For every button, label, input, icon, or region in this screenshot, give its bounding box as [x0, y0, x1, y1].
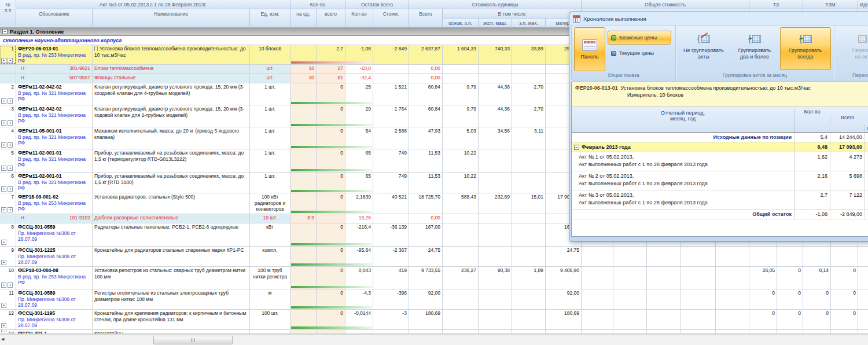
name-cell: Кронштейны для радиаторов стальных спаре…: [93, 247, 250, 266]
rest-sum-cell: [373, 65, 409, 74]
group-caption-goto: Переход: [834, 72, 868, 80]
zpm-cell: 2,70: [512, 83, 546, 105]
qty-total-cell: [317, 214, 345, 223]
period-cell: Акт № 1 от 05.02.2013,Акт выполненных ра…: [572, 152, 794, 171]
expand-row-icon[interactable]: +: [1, 260, 6, 265]
expand-row-icon[interactable]: +: [8, 207, 13, 212]
ide-header: Идентификатор: [858, 0, 868, 9]
progress-bar-red: [291, 61, 372, 64]
cell: [647, 310, 681, 329]
osn-col-header: основ.: [865, 125, 868, 132]
unit-header: Ед. изм.: [250, 9, 290, 28]
expand-row-icon[interactable]: +: [8, 282, 13, 288]
col-num-header: № п.п: [0, 0, 16, 28]
name-cell: Радиаторы стальные панельные: РСВ2-1, РС…: [93, 223, 250, 246]
unit-cost-cell: 47,93: [409, 127, 443, 149]
row-num-cell: [0, 74, 16, 83]
exp-cell: [479, 214, 512, 223]
current-prices-toggle[interactable]: Текущие цены: [608, 46, 671, 60]
expand-row-icon[interactable]: +: [1, 98, 6, 104]
qty-per-unit-cell: 30: [290, 74, 317, 83]
chronology-table-body: Исходные данные по позиции5,414 244,00−Ф…: [572, 133, 868, 219]
group-caption-grouping: Группировка актов за месяц: [676, 72, 834, 80]
extra-cell: [865, 152, 868, 171]
obosn-cell: ФЕРм11-02-042-02В ред. пр. № 321 Минреги…: [16, 83, 93, 105]
position-row[interactable]: 12ФССЦ-301-1195Пр. Минрегиона №308 от 28…: [0, 310, 868, 330]
chronology-row[interactable]: Исходные данные по позиции5,414 244,00: [572, 133, 868, 142]
chronology-row[interactable]: Акт № 3 от 05.02.2013,Акт выполненных ра…: [572, 190, 868, 210]
panel-button[interactable]: Панель: [574, 27, 605, 71]
expand-row-icon[interactable]: +: [8, 58, 13, 63]
scrollbar-thumb[interactable]: [153, 336, 233, 344]
qty-per-unit-cell: 8,9: [290, 214, 317, 223]
expand-row-icon[interactable]: +: [8, 166, 13, 171]
qty-total-cell: [317, 330, 345, 333]
collapse-month-icon[interactable]: −: [574, 145, 579, 150]
group-always-button[interactable]: { Группировать всегда: [780, 27, 831, 70]
row-num-cell: [0, 214, 16, 223]
expand-row-icon[interactable]: +: [1, 120, 6, 126]
popup-title-bar[interactable]: Хронология выполнения: [569, 12, 868, 25]
rest-sum-cell: -36 139: [373, 223, 409, 246]
unit-cost-cell: 11,53: [409, 149, 443, 172]
expand-row-icon[interactable]: +: [1, 58, 6, 63]
extra-cell: [865, 133, 868, 142]
rest-sum-cell: [373, 74, 409, 83]
cell: [582, 267, 613, 289]
resource-mark: Н: [21, 215, 24, 222]
rest-qty-header: Кол-во: [345, 9, 373, 28]
unit-cell: 1 шт.: [250, 105, 290, 127]
scroll-left-arrow-icon[interactable]: ◀: [1, 337, 4, 342]
exp-cell: 90,38: [479, 267, 512, 289]
progress-bar-green: [291, 286, 372, 288]
cell: [647, 289, 681, 309]
period-cell: Акт № 3 от 05.02.2013,Акт выполненных ра…: [572, 190, 794, 209]
no-group-acts-button[interactable]: { Не группировать акты: [678, 27, 729, 70]
expand-row-icon[interactable]: +: [1, 303, 6, 308]
chronology-row[interactable]: Общий остаток-1,08-2 849,00: [572, 210, 868, 219]
expand-row-icon[interactable]: +: [1, 207, 6, 212]
base-prices-toggle[interactable]: Базисные цены: [608, 31, 671, 45]
chronology-row[interactable]: −Февраль 2013 года6,4817 093,00: [572, 142, 868, 152]
chronology-row[interactable]: Акт № 1 от 05.02.2013,Акт выполненных ра…: [572, 152, 868, 171]
position-row[interactable]: 9ФССЦ-301-1225Пр. Минрегиона №308 от 28.…: [0, 247, 868, 267]
chronology-window: Хронология выполнения Панель Базисные це…: [569, 12, 868, 242]
act-line2: Акт выполненных работ с 1 по 28 февраля …: [574, 199, 792, 207]
expand-row-icon[interactable]: +: [8, 98, 13, 104]
cell: [613, 330, 647, 333]
rest-sum-cell: -396: [373, 289, 409, 309]
tz-total-cell: 0: [777, 267, 803, 289]
expand-row-icon[interactable]: +: [1, 323, 6, 328]
expand-row-icon[interactable]: +: [1, 330, 6, 332]
expand-row-icon[interactable]: +: [1, 166, 6, 171]
position-row[interactable]: 10ФЕР18-03-004-08В ред. пр. № 253 Минрег…: [0, 267, 868, 289]
edition-note: В ред. пр. № 253 Минрегиона РФ: [18, 200, 90, 212]
expand-row-icon[interactable]: +: [8, 186, 13, 192]
expand-row-icon[interactable]: +: [1, 186, 6, 192]
cell: [681, 330, 716, 333]
position-row[interactable]: 13ФССЦ-301-1Кронштейны+: [0, 330, 868, 334]
collapse-section-icon[interactable]: −: [2, 29, 8, 34]
position-code: ФЕР20-06-013-01: [575, 85, 618, 91]
expand-row-icon[interactable]: +: [1, 282, 6, 288]
expand-row-icon[interactable]: +: [1, 142, 6, 148]
obosn-cell: ФЕР18-03-004-08В ред. пр. № 253 Минрегио…: [16, 267, 93, 289]
unit-cost-cell: 0,00: [409, 74, 443, 83]
panel-icon: [582, 39, 597, 51]
expand-row-icon[interactable]: +: [8, 120, 13, 126]
tz-per-unit-cell: [749, 330, 777, 333]
goto-act-button[interactable]: Переход на акт: [837, 27, 868, 70]
zpm-cell: [512, 247, 546, 266]
rest-sum-cell: [373, 330, 409, 333]
osn-cell: [443, 247, 479, 266]
horizontal-scrollbar[interactable]: ◀: [0, 334, 868, 345]
cell: [647, 247, 681, 266]
rest-sum-cell: 749: [373, 149, 409, 172]
attachment-icon[interactable]: [94, 46, 98, 51]
chronology-row[interactable]: Акт № 2 от 05.02.2013,Акт выполненных ра…: [572, 171, 868, 190]
group-two-or-more-button[interactable]: { Группировать два и более: [729, 27, 780, 70]
position-code: ФССЦ-301-1: [18, 331, 90, 333]
position-row[interactable]: 11ФССЦ-301-0589Пр. Минрегиона №308 от 28…: [0, 289, 868, 310]
expand-row-icon[interactable]: +: [8, 142, 13, 148]
expand-row-icon[interactable]: +: [1, 240, 6, 245]
